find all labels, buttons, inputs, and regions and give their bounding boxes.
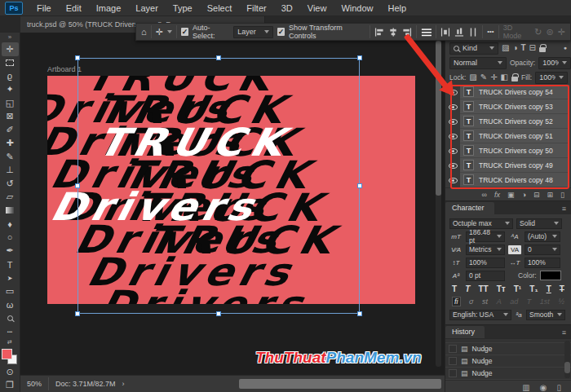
history-row[interactable]: ▤ Nudge bbox=[445, 343, 571, 355]
swap-colors-icon[interactable]: ⇄ bbox=[7, 338, 12, 346]
artboard-label[interactable]: Artboard 1 bbox=[47, 65, 82, 73]
lock-position-icon[interactable]: ✛ bbox=[490, 72, 497, 83]
gradient-tool[interactable] bbox=[2, 204, 19, 218]
transform-handle[interactable] bbox=[75, 183, 80, 188]
font-family-dropdown[interactable]: Octuple max bbox=[449, 218, 513, 229]
hand-tool[interactable]: ω bbox=[2, 298, 19, 312]
lock-artboard-icon[interactable]: ◧ bbox=[501, 72, 508, 83]
titling-alternates-button[interactable]: T bbox=[527, 297, 532, 306]
crop-tool[interactable]: ◱ bbox=[2, 96, 19, 110]
layer-row[interactable]: TTRUCK Drivers copy 48 bbox=[445, 173, 571, 187]
layer-mask-icon[interactable]: ▣ bbox=[507, 191, 515, 199]
discretionary-ligatures-button[interactable]: st bbox=[482, 297, 488, 306]
layer-row[interactable]: TTRUCK Drivers copy 49 bbox=[445, 158, 571, 173]
transform-handle[interactable] bbox=[75, 311, 80, 316]
ligatures-button[interactable]: fi bbox=[452, 297, 461, 306]
transform-handle[interactable] bbox=[75, 55, 80, 60]
visibility-toggle[interactable] bbox=[445, 119, 460, 125]
panel-menu-icon[interactable]: ≡ bbox=[562, 328, 566, 337]
small-caps-button[interactable]: Tᴛ bbox=[497, 284, 506, 293]
adjustment-layer-icon[interactable]: ◑ bbox=[522, 191, 526, 199]
screen-mode-button[interactable]: ❐ bbox=[2, 378, 19, 392]
ordinals-button[interactable]: 1st bbox=[540, 297, 550, 306]
type-layer-thumbnail[interactable]: T bbox=[463, 160, 474, 170]
faux-bold-button[interactable]: T bbox=[452, 284, 457, 293]
quick-selection-tool[interactable]: ✦ bbox=[2, 83, 19, 97]
show-transform-checkbox[interactable]: ✓ bbox=[277, 28, 285, 36]
swash-button[interactable]: A bbox=[497, 297, 502, 306]
more-options-button[interactable]: ••• bbox=[487, 24, 494, 40]
all-caps-button[interactable]: TT bbox=[478, 284, 488, 293]
type-layer-thumbnail[interactable]: T bbox=[463, 130, 474, 141]
language-dropdown[interactable]: English: USA bbox=[449, 310, 511, 320]
transform-handle[interactable] bbox=[216, 311, 221, 316]
transform-handle[interactable] bbox=[216, 55, 221, 60]
layer-row[interactable]: TTRUCK Drivers copy 50 bbox=[445, 143, 571, 158]
align-right-edges-icon[interactable] bbox=[402, 27, 412, 37]
menu-help[interactable]: Help bbox=[381, 0, 414, 16]
new-document-from-state-icon[interactable]: ▥ bbox=[522, 383, 529, 392]
distribute-right-icon[interactable] bbox=[468, 27, 478, 37]
lasso-tool[interactable]: ϱ bbox=[2, 69, 19, 83]
distribute-horizontal-centers-icon[interactable] bbox=[421, 27, 432, 37]
type-tool[interactable]: T bbox=[2, 258, 19, 271]
filter-type-icon[interactable]: T bbox=[521, 42, 526, 54]
layer-style-icon[interactable]: fx bbox=[494, 191, 500, 199]
clone-stamp-tool[interactable]: ⊥ bbox=[2, 164, 19, 178]
layer-row[interactable]: TTRUCK Drivers copy 54 bbox=[445, 85, 571, 99]
anti-alias-dropdown[interactable]: Smooth bbox=[526, 310, 565, 320]
superscript-button[interactable]: T¹ bbox=[514, 284, 521, 293]
quick-mask-button[interactable]: ⊙ bbox=[2, 365, 19, 379]
visibility-toggle[interactable] bbox=[445, 148, 460, 154]
tab-character[interactable]: Character bbox=[445, 202, 494, 214]
new-snapshot-icon[interactable]: ◉ bbox=[540, 383, 547, 392]
visibility-toggle[interactable] bbox=[445, 178, 460, 183]
lock-image-icon[interactable]: ✎ bbox=[480, 72, 487, 83]
link-layers-icon[interactable]: ∞ bbox=[482, 191, 487, 199]
layer-filter-kind-dropdown[interactable]: Kind bbox=[449, 42, 498, 55]
move-tool-icon[interactable]: ✛ bbox=[156, 24, 163, 40]
lock-transparent-icon[interactable]: ▨ bbox=[469, 72, 476, 83]
align-vertical-centers-icon[interactable] bbox=[388, 27, 398, 37]
transform-handle[interactable] bbox=[357, 183, 362, 188]
move-tool[interactable]: ✛ bbox=[2, 42, 19, 56]
shape-tool[interactable]: ▭ bbox=[2, 284, 19, 298]
eyedropper-tool[interactable]: ✐ bbox=[2, 123, 19, 137]
fractions-button[interactable]: ½ bbox=[558, 297, 564, 306]
stylistic-alternates-button[interactable]: ad bbox=[510, 297, 518, 306]
lock-all-icon[interactable] bbox=[511, 77, 518, 81]
opacity-field[interactable]: 100% bbox=[538, 57, 571, 69]
history-source-checkbox[interactable] bbox=[449, 357, 457, 365]
eraser-tool[interactable]: ▱ bbox=[2, 191, 19, 205]
filter-toggle-icon[interactable]: ● bbox=[564, 42, 567, 54]
filter-image-icon[interactable]: ▨ bbox=[502, 42, 509, 54]
type-layer-thumbnail[interactable]: T bbox=[463, 174, 474, 185]
new-group-icon[interactable]: ⊟ bbox=[533, 191, 540, 199]
home-icon[interactable]: ⌂ bbox=[141, 24, 147, 40]
history-scrollbar[interactable] bbox=[564, 341, 570, 378]
blur-tool[interactable]: ♦ bbox=[2, 218, 19, 231]
history-source-checkbox[interactable] bbox=[449, 345, 457, 353]
menu-view[interactable]: View bbox=[300, 0, 334, 16]
faux-italic-button[interactable]: T bbox=[465, 284, 470, 293]
filter-group-icon[interactable]: ⊟ bbox=[529, 42, 536, 54]
delete-layer-icon[interactable]: ▯ bbox=[560, 191, 564, 199]
underline-button[interactable]: T bbox=[547, 284, 551, 293]
menu-window[interactable]: Window bbox=[334, 0, 380, 16]
menu-select[interactable]: Select bbox=[200, 0, 240, 16]
layer-row[interactable]: TTRUCK Drivers copy 53 bbox=[445, 99, 571, 114]
brush-tool[interactable]: ✎ bbox=[2, 150, 19, 164]
marquee-tool[interactable] bbox=[2, 56, 19, 70]
dodge-tool[interactable]: ○ bbox=[2, 231, 19, 244]
layer-row[interactable]: TTRUCK Drivers copy 51 bbox=[445, 129, 571, 143]
delete-state-icon[interactable]: ▯ bbox=[556, 383, 561, 392]
leading-field[interactable]: (Auto) bbox=[525, 231, 560, 242]
layer-row[interactable]: TTRUCK Drivers copy 52 bbox=[445, 114, 571, 129]
filter-lock-icon[interactable] bbox=[539, 47, 546, 52]
menu-file[interactable]: File bbox=[29, 0, 59, 16]
visibility-toggle[interactable] bbox=[445, 163, 460, 169]
history-source-checkbox[interactable] bbox=[449, 369, 457, 377]
distribute-left-icon[interactable] bbox=[440, 27, 450, 37]
tracking-field[interactable]: 0 bbox=[525, 244, 560, 255]
transform-handle[interactable] bbox=[357, 55, 362, 60]
